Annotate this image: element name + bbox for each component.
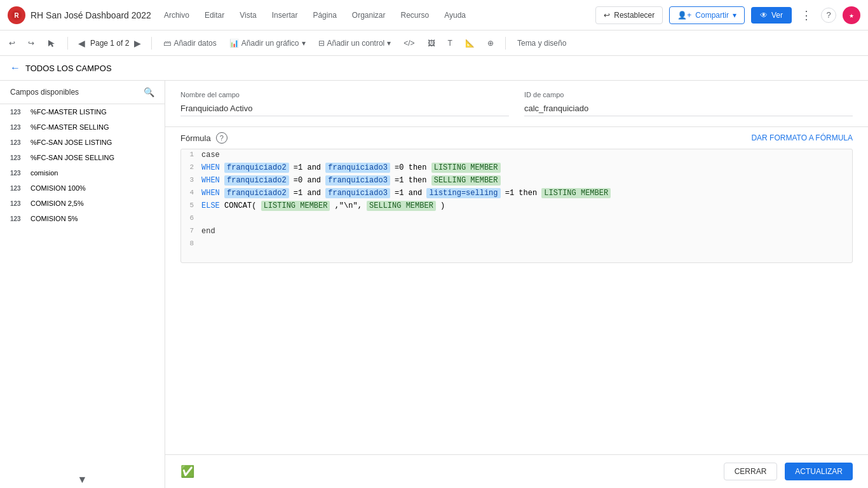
code-button[interactable]: </> — [400, 36, 418, 50]
fe-header: ← TODOS LOS CAMPOS — [0, 56, 868, 81]
top-bar-right: ↩ Restablecer 👤+ Compartir ▾ 👁 Ver ⋮ ? ★ — [595, 6, 860, 25]
menu-recurso[interactable]: Recurso — [398, 10, 432, 21]
actualizar-button[interactable]: ACTUALIZAR — [785, 463, 853, 480]
fe-status: ✅ — [180, 464, 194, 478]
back-button[interactable]: ← — [10, 62, 20, 74]
line-number: 7 — [181, 226, 199, 238]
code-line: 3WHEN franquiciado2 =0 and franquiciado3… — [181, 175, 852, 187]
add-control-button[interactable]: ⊟ Añadir un control ▾ — [315, 36, 395, 50]
add-data-button[interactable]: 🗃 Añadir datos — [159, 36, 220, 50]
restablecer-button[interactable]: ↩ Restablecer — [595, 6, 663, 24]
fe-fields: Nombre del campo ID de campo — [165, 81, 868, 127]
plain-text: =1 and — [390, 189, 427, 198]
field-token: listing=selling — [426, 188, 500, 198]
code-line: 2WHEN franquiciado2 =1 and franquiciado3… — [181, 162, 852, 175]
chevron-down-icon: ▾ — [302, 39, 306, 48]
line-number: 2 — [181, 162, 199, 175]
af-list: 123 %FC-MASTER LISTING123 %FC-MASTER SEL… — [0, 104, 165, 471]
keyword-span: end — [201, 227, 215, 236]
select-tool[interactable] — [43, 36, 60, 50]
af-item[interactable]: 123 COMISION 100% — [0, 180, 165, 196]
help-icon[interactable]: ? — [821, 8, 836, 23]
field-token: franquiciado3 — [325, 188, 390, 198]
line-content — [199, 213, 852, 226]
menu-organizar[interactable]: Organizar — [349, 10, 388, 21]
af-type-icon: 123 — [10, 215, 25, 222]
af-item[interactable]: 123 %FC-SAN JOSE SELLING — [0, 150, 165, 165]
af-item[interactable]: 123 COMISION 2,5% — [0, 196, 165, 211]
fe-title: TODOS LOS CAMPOS — [25, 64, 112, 73]
af-field-name: COMISION 2,5% — [31, 200, 84, 207]
menu-editar[interactable]: Editar — [202, 10, 227, 21]
scroll-down-arrow[interactable]: ▼ — [0, 471, 165, 488]
page-nav: ◀ Page 1 of 2 ▶ — [76, 37, 144, 50]
code-line: 1case — [181, 149, 852, 162]
field-id-input[interactable] — [524, 101, 853, 116]
code-editor[interactable]: 1case2WHEN franquiciado2 =1 and franquic… — [180, 149, 853, 263]
chart-icon: 📊 — [229, 39, 239, 48]
add-chart-button[interactable]: 📊 Añadir un gráfico ▾ — [226, 36, 309, 50]
main-wrapper: 🏆 › Franquiciado Activo ▲ — [0, 56, 868, 488]
fe-formula-bar: Fórmula ? DAR FORMATO A FÓRMULA — [165, 127, 868, 149]
af-field-name: COMISION 100% — [31, 184, 86, 192]
undo-button[interactable]: ↩ — [5, 36, 19, 50]
plain-text: =1 and — [289, 163, 326, 172]
af-field-name: %FC-MASTER SELLING — [31, 123, 109, 131]
formula-help-icon[interactable]: ? — [216, 132, 227, 144]
redo-button[interactable]: ↪ — [24, 36, 38, 50]
field-id-group: ID de campo — [524, 91, 853, 116]
line-number: 3 — [181, 175, 199, 187]
search-icon[interactable]: 🔍 — [144, 87, 154, 97]
cerrar-button[interactable]: CERRAR — [724, 463, 778, 480]
prev-page-button[interactable]: ◀ — [76, 37, 88, 50]
app-title: RH San José Dashboard 2022 — [31, 10, 151, 20]
plain-text: ,"\n", — [330, 201, 367, 210]
line-content: ELSE CONCAT( LISTING MEMBER ,"\n", SELLI… — [199, 200, 852, 213]
menu-bar: Archivo Editar Vista Insertar Página Org… — [161, 10, 468, 21]
af-type-icon: 123 — [10, 200, 25, 207]
svg-text:★: ★ — [849, 13, 854, 19]
person-add-icon: 👤+ — [677, 11, 691, 20]
plain-text: =0 and — [289, 176, 326, 185]
af-item[interactable]: 123 comision — [0, 165, 165, 180]
text-button[interactable]: T — [444, 36, 456, 50]
af-item[interactable]: 123 COMISION 5% — [0, 211, 165, 226]
line-content: end — [199, 226, 852, 238]
toolbar: ↩ ↪ ◀ Page 1 of 2 ▶ 🗃 Añadir datos 📊 Aña… — [0, 30, 868, 56]
theme-button[interactable]: Tema y diseño — [513, 36, 570, 50]
svg-text:R: R — [14, 12, 19, 19]
menu-archivo[interactable]: Archivo — [161, 10, 192, 21]
af-item[interactable]: 123 %FC-MASTER LISTING — [0, 104, 165, 119]
app-logo: R RH San José Dashboard 2022 — [8, 6, 151, 24]
compartir-button[interactable]: 👤+ Compartir ▾ — [669, 6, 745, 24]
value-token: LISTING MEMBER — [541, 188, 611, 198]
af-item[interactable]: 123 %FC-SAN JOSE LISTING — [0, 135, 165, 150]
image-button[interactable]: 🖼 — [424, 36, 439, 50]
menu-vista[interactable]: Vista — [237, 10, 259, 21]
line-number: 5 — [181, 200, 199, 213]
line-content: WHEN franquiciado2 =0 and franquiciado3 … — [199, 175, 852, 187]
value-token: LISTING MEMBER — [431, 163, 501, 173]
plain-text: ) — [436, 201, 445, 210]
ver-button[interactable]: 👁 Ver — [751, 7, 792, 24]
field-id-label: ID de campo — [524, 91, 853, 98]
menu-pagina[interactable]: Página — [310, 10, 339, 21]
more-tools-button[interactable]: ⊕ — [484, 36, 498, 50]
value-token: SELLING MEMBER — [431, 175, 501, 186]
user-avatar[interactable]: ★ — [843, 6, 860, 24]
status-ok-icon: ✅ — [180, 464, 194, 478]
keyword-when: ELSE — [201, 201, 224, 210]
menu-ayuda[interactable]: Ayuda — [442, 10, 468, 21]
undo-icon: ↩ — [604, 11, 610, 20]
next-page-button[interactable]: ▶ — [132, 37, 144, 50]
format-formula-button[interactable]: DAR FORMATO A FÓRMULA — [751, 133, 853, 142]
af-item[interactable]: 123 %FC-MASTER SELLING — [0, 119, 165, 135]
field-name-input[interactable] — [180, 101, 509, 116]
line-content: case — [199, 149, 852, 162]
shape-button[interactable]: 📐 — [461, 36, 478, 50]
plain-text: =1 and — [289, 189, 326, 198]
toolbar-divider-2 — [151, 37, 152, 50]
af-type-icon: 123 — [10, 170, 25, 177]
more-options-button[interactable]: ⋮ — [798, 6, 815, 25]
menu-insertar[interactable]: Insertar — [269, 10, 301, 21]
